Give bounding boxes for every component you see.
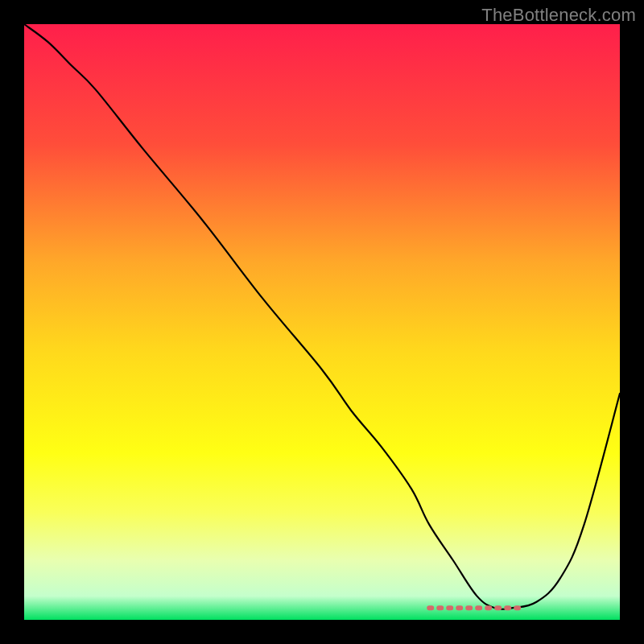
plot-area xyxy=(24,24,620,620)
gradient-background xyxy=(24,24,620,620)
chart-stage: TheBottleneck.com xyxy=(0,0,644,644)
chart-svg xyxy=(24,24,620,620)
watermark-text: TheBottleneck.com xyxy=(481,5,636,26)
